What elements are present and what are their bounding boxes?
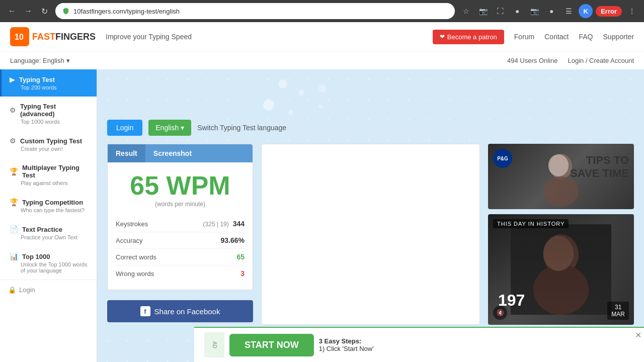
sidebar-item-title: Typing Competition	[22, 199, 83, 206]
sidebar-login[interactable]: 🔒 Login	[0, 280, 97, 300]
document-icon: 📄	[10, 225, 18, 233]
language-selector[interactable]: Language: English ▾	[10, 57, 70, 64]
secure-icon	[62, 8, 69, 15]
close-ad-button[interactable]: ✕	[635, 330, 641, 340]
wrong-words-label: Wrong words	[116, 270, 154, 278]
tab-button[interactable]: ☰	[561, 4, 576, 18]
sidebar-item-sub: Top 1000 words	[10, 119, 89, 125]
logo-icon: 10	[10, 27, 29, 46]
start-now-button[interactable]: START NOW	[229, 334, 314, 356]
pg-text-line2: SAVE TIME	[570, 167, 629, 180]
facebook-share-button[interactable]: f Share on Facebook	[107, 300, 253, 322]
address-bar[interactable]: 10fastfingers.com/typing-test/english	[55, 3, 455, 19]
pg-ad-text: TIPS TO SAVE TIME	[570, 154, 629, 180]
gear-icon: ⚙	[10, 137, 16, 145]
result-tab-result[interactable]: Result	[108, 144, 145, 162]
video-player[interactable]: THIS DAY IN HISTORY 197 31 MAR 🔇	[488, 214, 634, 325]
video-date-num: 31	[611, 304, 625, 311]
keystrokes-value: 344	[233, 220, 245, 228]
three-steps-text: 3 Easy Steps: 1) Click 'Start Now'	[319, 337, 374, 352]
profile-icon[interactable]: K	[579, 4, 593, 18]
faq-link[interactable]: FAQ	[579, 33, 593, 41]
item-header: ▶ Typing Test	[10, 75, 89, 83]
right-panel: P&G TIPS TO SAVE TIME	[488, 144, 634, 325]
login-button[interactable]: Login	[107, 120, 142, 136]
become-patron-button[interactable]: ❤ Become a patron	[433, 30, 504, 44]
supporter-link[interactable]: Supporter	[603, 33, 634, 41]
svg-text:10: 10	[15, 33, 24, 41]
keystrokes-row: Keystrokes (325 | 19) 344	[116, 216, 245, 232]
extensions-button[interactable]: ●	[510, 4, 524, 18]
svg-point-3	[548, 154, 569, 176]
users-online: 494 Users Online	[507, 57, 557, 64]
logo-fast: FAST	[32, 32, 55, 42]
step-1-text: 1) Click 'Start Now'	[319, 345, 374, 352]
facebook-icon: f	[140, 306, 150, 316]
item-header: 🏆 Typing Competition	[10, 198, 89, 206]
contact-link[interactable]: Contact	[544, 33, 569, 41]
sidebar-item-title: Custom Typing Test	[20, 137, 82, 145]
sidebar-item-text-practice[interactable]: 📄 Text Practice Practice your Own Text	[0, 219, 97, 246]
wpm-sublabel: (words per minute)	[116, 201, 245, 208]
camera-button[interactable]: 📷	[476, 4, 490, 18]
result-tab-screenshot[interactable]: Screenshot	[145, 144, 200, 162]
accuracy-label: Accuracy	[116, 237, 142, 244]
video-badge: THIS DAY IN HISTORY	[493, 219, 569, 228]
item-header: ⚙ Typing Test (advanced)	[10, 103, 89, 118]
video-date: 31 MAR	[607, 302, 629, 320]
screenshot-button[interactable]: 📷	[527, 4, 541, 18]
sub-header: Language: English ▾ 494 Users Online Log…	[0, 51, 644, 69]
sub-header-right: 494 Users Online Login / Create Account	[507, 57, 634, 64]
sidebar-item-top1000[interactable]: 📊 Top 1000 Unlock the Top 1000 words of …	[0, 246, 97, 280]
switch-language-text: Switch Typing Test language	[197, 124, 286, 132]
wpm-display: 65 WPM (words per minute)	[116, 170, 245, 208]
language-label: Language: English	[10, 57, 64, 64]
back-button[interactable]: ←	[5, 4, 19, 18]
content-area: Login English ▾ Switch Typing Test langu…	[97, 69, 644, 362]
bottom-ad-bar: AD START NOW 3 Easy Steps: 1) Click 'Sta…	[194, 327, 644, 362]
results-row: Result Screenshot 65 WPM (words per minu…	[107, 144, 634, 325]
sidebar-item-custom-typing-test[interactable]: ⚙ Custom Typing Test Create your own!	[0, 131, 97, 158]
sidebar-item-sub: Unlock the Top 1000 words of your langua…	[10, 261, 89, 274]
sidebar-item-multiplayer[interactable]: 🏆 Multiplayer Typing Test Play against o…	[0, 158, 97, 192]
video-mute-button[interactable]: 🔇	[493, 306, 507, 320]
error-label: Error	[601, 8, 617, 15]
login-create-account-link[interactable]: Login / Create Account	[568, 57, 634, 64]
main-layout: ▶ Typing Test Top 200 words ⚙ Typing Tes…	[0, 69, 644, 362]
accuracy-row: Accuracy 93.66%	[116, 232, 245, 249]
url-text: 10fastfingers.com/typing-test/english	[73, 8, 180, 15]
forward-button[interactable]: →	[21, 4, 35, 18]
sidebar-item-typing-test[interactable]: ▶ Typing Test Top 200 words	[0, 69, 97, 97]
language-btn-label: English	[155, 124, 179, 132]
gear-icon: ⚙	[10, 106, 16, 114]
sidebar-item-sub: Who can type the fastest?	[10, 207, 89, 213]
keystrokes-label: Keystrokes	[116, 220, 148, 228]
result-card: Result Screenshot 65 WPM (words per minu…	[107, 144, 253, 290]
menu-button[interactable]: ⋮	[625, 4, 639, 18]
sidebar: ▶ Typing Test Top 200 words ⚙ Typing Tes…	[0, 69, 97, 362]
sidebar-item-title: Typing Test (advanced)	[20, 103, 89, 118]
extra-button[interactable]: ●	[544, 4, 558, 18]
sidebar-item-title: Typing Test	[19, 76, 55, 83]
ad-stripe: AD	[204, 332, 224, 357]
wrong-words-value: 3	[240, 269, 245, 278]
sidebar-item-competition[interactable]: 🏆 Typing Competition Who can type the fa…	[0, 192, 97, 219]
dropdown-arrow-icon: ▾	[181, 124, 184, 132]
become-patron-label: Become a patron	[447, 33, 497, 41]
error-badge[interactable]: Error	[596, 6, 622, 17]
star-button[interactable]: ☆	[459, 4, 473, 18]
fullscreen-button[interactable]: ⛶	[493, 4, 507, 18]
wrong-words-row: Wrong words 3	[116, 265, 245, 282]
accuracy-value: 93.66%	[221, 236, 245, 244]
forum-link[interactable]: Forum	[514, 33, 534, 41]
item-header: 📊 Top 1000	[10, 252, 89, 260]
logo[interactable]: 10 FASTFINGERS	[10, 27, 96, 46]
reload-button[interactable]: ↻	[37, 4, 51, 18]
sidebar-item-typing-test-advanced[interactable]: ⚙ Typing Test (advanced) Top 1000 words	[0, 97, 97, 131]
video-date-mon: MAR	[611, 311, 625, 318]
header-tagline: Improve your Typing Speed	[106, 33, 433, 41]
profile-initial: K	[584, 8, 588, 15]
pg-ad: P&G TIPS TO SAVE TIME	[488, 144, 634, 209]
language-button[interactable]: English ▾	[148, 120, 191, 136]
wpm-number: 65 WPM	[116, 170, 245, 201]
